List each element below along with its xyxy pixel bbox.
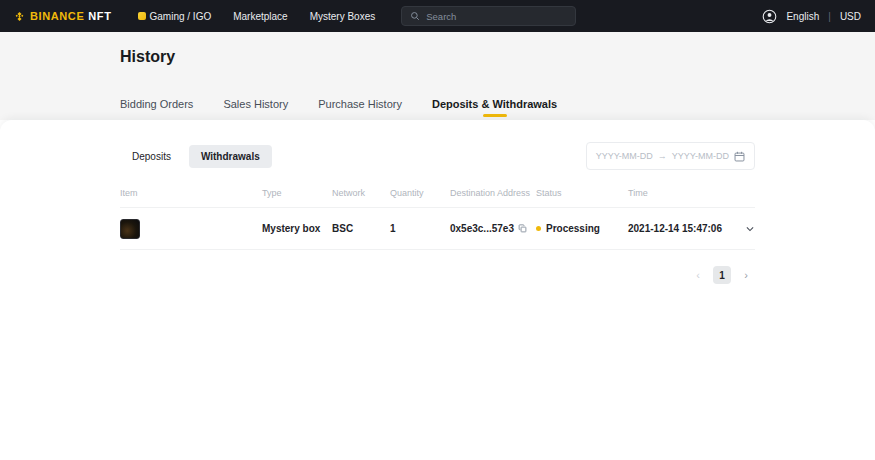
row-quantity: 1 — [390, 223, 450, 234]
row-destination-address: 0x5e3c...57e3 — [450, 223, 514, 234]
tab-deposits-withdrawals[interactable]: Deposits & Withdrawals — [432, 98, 557, 120]
row-time: 2021-12-14 15:47:06 — [628, 223, 735, 234]
binance-diamond-icon — [14, 11, 25, 22]
nav-item-gaming-igo[interactable]: Gaming / IGO — [138, 11, 212, 22]
date-range-arrow: → — [658, 151, 667, 161]
row-type: Mystery box — [262, 223, 332, 234]
search-bar[interactable] — [401, 6, 576, 26]
nav-item-label: Gaming / IGO — [150, 11, 212, 22]
col-network: Network — [332, 188, 390, 198]
igo-flame-icon — [138, 12, 146, 20]
tab-bidding-orders[interactable]: Bidding Orders — [120, 98, 193, 120]
next-page-icon: › — [744, 269, 748, 281]
pagination: ‹ 1 › — [120, 266, 755, 284]
row-network: BSC — [332, 223, 390, 234]
logo-brand-text: BINANCE — [30, 10, 84, 22]
chevron-down-icon — [745, 224, 755, 234]
tab-sales-history[interactable]: Sales History — [223, 98, 288, 120]
top-navbar: BINANCE NFT Gaming / IGO Marketplace Mys… — [0, 0, 875, 32]
nav-divider: | — [828, 11, 831, 22]
table-header-row: Item Type Network Quantity Destination A… — [120, 188, 755, 208]
withdrawals-table: Item Type Network Quantity Destination A… — [120, 188, 755, 250]
page-number-current[interactable]: 1 — [713, 266, 731, 284]
prev-page-icon: ‹ — [696, 269, 700, 281]
col-time: Time — [628, 188, 735, 198]
tab-purchase-history[interactable]: Purchase History — [318, 98, 402, 120]
copy-icon[interactable] — [518, 224, 527, 233]
subtab-withdrawals[interactable]: Withdrawals — [189, 145, 272, 168]
prev-page-button[interactable]: ‹ — [689, 266, 707, 284]
search-input[interactable] — [426, 11, 567, 22]
col-type: Type — [262, 188, 332, 198]
status-dot — [536, 226, 541, 231]
date-start-placeholder: YYYY-MM-DD — [596, 151, 653, 161]
search-icon — [410, 11, 420, 21]
nav-item-mystery-boxes[interactable]: Mystery Boxes — [310, 11, 376, 22]
profile-icon[interactable] — [762, 9, 777, 24]
col-item: Item — [120, 188, 262, 198]
col-destination-address: Destination Address — [450, 188, 536, 198]
subtab-group: Deposits Withdrawals — [120, 145, 272, 168]
col-quantity: Quantity — [390, 188, 450, 198]
nav-item-marketplace[interactable]: Marketplace — [233, 11, 287, 22]
row-expand-button[interactable] — [745, 224, 755, 234]
col-status: Status — [536, 188, 628, 198]
table-row: Mystery box BSC 1 0x5e3c...57e3 Processi… — [120, 208, 755, 250]
page-header: History Bidding Orders Sales History Pur… — [0, 32, 875, 120]
next-page-button[interactable]: › — [737, 266, 755, 284]
calendar-icon — [734, 151, 745, 162]
currency-selector[interactable]: USD — [840, 11, 861, 22]
deposits-withdrawals-panel: Deposits Withdrawals YYYY-MM-DD → YYYY-M… — [0, 120, 875, 460]
subtab-deposits[interactable]: Deposits — [120, 145, 183, 168]
date-range-picker[interactable]: YYYY-MM-DD → YYYY-MM-DD — [586, 142, 755, 170]
row-status: Processing — [546, 223, 600, 234]
page-title: History — [120, 32, 755, 66]
history-tabs: Bidding Orders Sales History Purchase Hi… — [120, 98, 557, 120]
logo-suffix-text: NFT — [88, 10, 111, 22]
date-end-placeholder: YYYY-MM-DD — [672, 151, 729, 161]
binance-logo[interactable]: BINANCE NFT — [14, 10, 112, 22]
language-selector[interactable]: English — [786, 11, 819, 22]
item-thumbnail[interactable] — [120, 219, 140, 239]
